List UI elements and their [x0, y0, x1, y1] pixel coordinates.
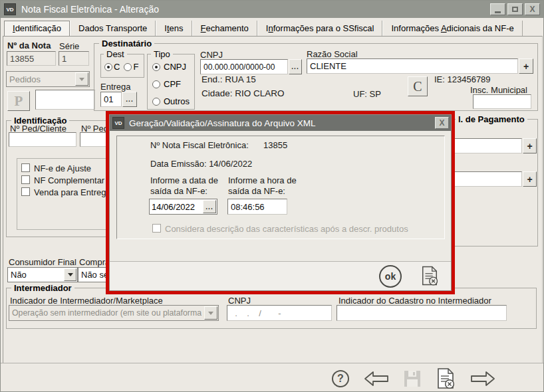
tab-identificacao[interactable]: Identificação	[4, 21, 70, 37]
uf-text: UF: SP	[353, 89, 381, 99]
nota-label: Nº da Nota	[7, 41, 51, 50]
tab-bar: Identificação Dados Transporte Itens Fec…	[4, 19, 523, 37]
nf-complementar-label: NF Complementar	[34, 175, 104, 185]
serie-field[interactable]	[59, 51, 89, 66]
tab-informacoes-ssfiscal[interactable]: Informações para o SSfiscal	[257, 21, 383, 37]
tipo-cnpj-label: CNPJ	[164, 62, 186, 72]
venda-entrega-futura-checkbox[interactable]	[21, 187, 30, 196]
dest-f-label: F	[133, 62, 138, 72]
dialog-frame: VD Geração/Validação/Assinatura do Arqui…	[109, 114, 452, 291]
dialog-titlebar: VD Geração/Validação/Assinatura do Arqui…	[110, 115, 451, 131]
tab-fechamento[interactable]: Fechamento	[192, 21, 257, 37]
razao-social-field[interactable]	[307, 58, 518, 74]
next-arrow-icon[interactable]	[470, 370, 495, 387]
entrega-browse-button[interactable]: ...	[122, 92, 137, 107]
cadastro-intermediador-field[interactable]	[337, 305, 507, 321]
dialog-footer: ok	[110, 261, 451, 290]
maximize-button[interactable]	[507, 3, 523, 15]
p-button[interactable]: P	[7, 91, 30, 111]
indicador-intermediador-value: Operação sem intermediador (em site ou p…	[9, 308, 204, 318]
minimize-button[interactable]	[490, 3, 505, 15]
tipo-cpf-radio[interactable]	[152, 80, 160, 88]
entrega-label: Entrega	[100, 82, 131, 92]
tab-informacoes-adicionais[interactable]: Informações Adicionais da NF-e	[382, 21, 522, 37]
consumidor-final-value: Não	[8, 270, 64, 280]
tipo-outros-radio[interactable]	[152, 98, 160, 106]
tab-itens[interactable]: Itens	[156, 21, 192, 37]
nf-complementar-checkbox[interactable]	[21, 175, 30, 184]
intermediador-cnpj-field[interactable]	[227, 305, 332, 321]
dialog-nota-value: 13855	[263, 140, 287, 150]
intermediador-cnpj-label: CNPJ	[228, 296, 251, 306]
consumidor-dropdown-button[interactable]	[64, 268, 76, 281]
entrega-field[interactable]	[100, 92, 122, 107]
previous-arrow-icon[interactable]	[364, 370, 389, 387]
destinatario-title: Destinatário	[99, 39, 154, 49]
indicador-dropdown-button[interactable]	[204, 306, 217, 320]
dialog-hora-saida-label-1: Informe a hora de	[228, 175, 297, 185]
tipo-subtitle: Tipo	[151, 49, 173, 59]
insc-municipal-label: Insc. Municipal	[470, 85, 527, 95]
tipo-cnpj-radio[interactable]	[152, 63, 160, 71]
c-button[interactable]: C	[408, 76, 428, 96]
dialog-emissao-text: Data Emissão: 14/06/2022	[150, 159, 252, 169]
pedidos-select[interactable]: Pedidos	[6, 71, 90, 87]
considera-descricao-checkbox[interactable]	[152, 224, 161, 233]
dialog-title: Geração/Validação/Assinatura do Arquivo …	[129, 118, 315, 128]
considera-descricao-label: Considera descrição das características …	[165, 224, 408, 234]
serie-label: Série	[59, 41, 79, 51]
maximize-icon	[512, 7, 518, 12]
cnpj-browse-button[interactable]: ...	[289, 59, 302, 74]
chevron-down-icon	[208, 312, 213, 315]
close-button[interactable]: X	[525, 3, 540, 15]
cnpj-field[interactable]	[200, 59, 288, 74]
tab-dados-transporte[interactable]: Dados Transporte	[70, 21, 156, 37]
cadastro-intermediador-label: Indicador do Cadastro no Intermediador	[339, 296, 491, 306]
intermediador-title: Intermediador	[11, 283, 74, 293]
dest-f-radio[interactable]	[124, 63, 132, 71]
razao-social-label: Razão Social	[307, 49, 358, 59]
dest-c-label: C	[114, 62, 120, 72]
chevron-down-icon	[79, 78, 84, 81]
data-saida-browse-button[interactable]: ...	[203, 200, 216, 213]
tipo-outros-label: Outros	[164, 96, 190, 106]
hora-saida-field[interactable]	[227, 199, 287, 215]
ped-cliente-field[interactable]	[9, 132, 76, 147]
dialog-app-icon: VD	[112, 117, 124, 129]
insc-municipal-field[interactable]	[473, 94, 531, 109]
pedidos-value: Pedidos	[7, 74, 75, 84]
cnpj-label: CNPJ	[200, 50, 223, 60]
dialog-close-button[interactable]: X	[435, 117, 449, 129]
window-titlebar: VD Nota Fiscal Eletrônica - Alteração X	[1, 1, 543, 18]
dest-c-radio[interactable]	[104, 63, 112, 71]
razao-social-add-button[interactable]: +	[519, 58, 533, 74]
tipo-cpf-label: CPF	[164, 79, 181, 89]
pagamento-add-button-2[interactable]: +	[523, 171, 537, 187]
xml-generation-dialog: VD Geração/Validação/Assinatura do Arqui…	[106, 111, 455, 294]
cancel-document-icon[interactable]	[436, 368, 456, 389]
cidade-text: Cidade: RIO CLARO	[202, 88, 285, 98]
dest-subtitle: Dest	[104, 49, 127, 59]
nfe-ajuste-checkbox[interactable]	[21, 163, 30, 172]
pagamento-add-button-1[interactable]: +	[523, 138, 537, 153]
nota-field[interactable]	[7, 51, 56, 66]
help-icon[interactable]: ?	[332, 370, 349, 387]
dialog-data-saida-label-2: saída da NF-e:	[150, 186, 207, 196]
app-icon: VD	[4, 3, 16, 15]
data-saida-field[interactable]	[150, 201, 203, 213]
p-code-field[interactable]	[35, 90, 95, 110]
dialog-body: Nº Nota Fiscal Eletrônica: 13855 Data Em…	[110, 131, 451, 290]
dialog-cancel-document-icon[interactable]	[420, 266, 439, 286]
ok-button[interactable]: ok	[379, 265, 402, 288]
pagamento-title: l. de Pagamento	[456, 114, 527, 124]
nfe-ajuste-label: NF-e de Ajuste	[34, 163, 91, 173]
window-title: Nota Fiscal Eletrônica - Alteração	[21, 4, 159, 15]
consumidor-final-label: Consumidor Final	[9, 257, 76, 267]
dialog-nota-label: Nº Nota Fiscal Eletrônica:	[150, 140, 249, 150]
nfe-window: VD Nota Fiscal Eletrônica - Alteração X …	[0, 0, 544, 392]
pedidos-dropdown-button[interactable]	[75, 72, 88, 86]
dialog-data-saida-label-1: Informe a data de	[150, 175, 218, 185]
save-icon[interactable]	[404, 370, 421, 387]
indicador-intermediador-select[interactable]: Operação sem intermediador (em site ou p…	[9, 305, 219, 321]
consumidor-final-select[interactable]: Não	[7, 267, 78, 282]
